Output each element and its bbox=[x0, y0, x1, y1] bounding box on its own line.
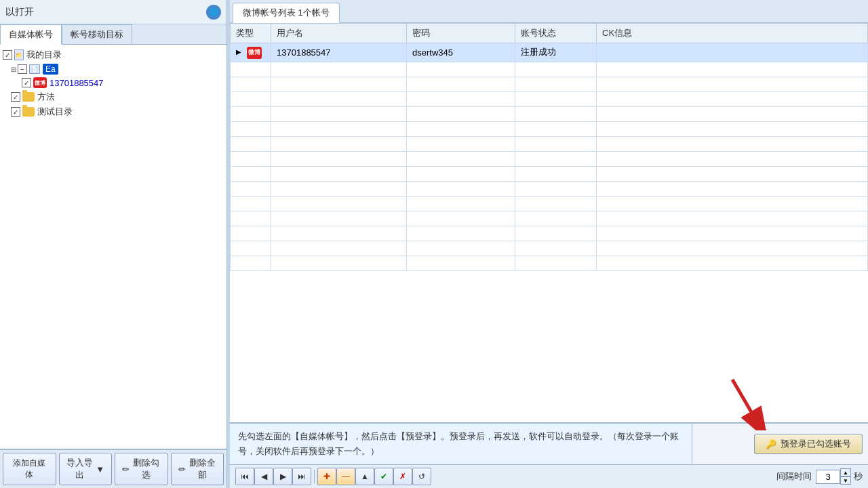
tree-item-root[interactable]: 📁 我的目录 bbox=[0, 47, 226, 62]
tree-item-account[interactable]: 微博 13701885547 bbox=[0, 76, 226, 89]
doc-icon-blog: 📄 bbox=[29, 64, 40, 74]
globe-icon: 🌐 bbox=[206, 5, 221, 20]
checkbox-test[interactable] bbox=[11, 107, 20, 117]
left-bottom-buttons: 添加自媒体 导入导出 ▼ ✏ 删除勾选 ✏ 删除全部 bbox=[0, 449, 226, 488]
import-export-label: 导入导出 bbox=[66, 457, 94, 481]
delete-all-label: 删除全部 bbox=[189, 457, 217, 481]
key-icon: 🔑 bbox=[766, 439, 776, 449]
dropdown-arrow-icon: ▼ bbox=[96, 464, 104, 474]
tab-account-move[interactable]: 帐号移动目标 bbox=[62, 24, 132, 44]
left-panel-title: 以打开 bbox=[5, 6, 34, 18]
folder-icon-test bbox=[22, 107, 35, 117]
col-header-type: 类型 bbox=[231, 24, 271, 43]
table-empty-row bbox=[231, 226, 868, 241]
col-header-password: 密码 bbox=[407, 24, 515, 43]
cell-username: 13701885547 bbox=[271, 43, 407, 62]
right-tab-bar: 微博帐号列表 1个帐号 bbox=[230, 0, 868, 23]
controls-row: ⏮ ◀ ▶ ⏭ ✚ — ▲ ✔ ✗ ↺ 间隔时间 3 ▲ ▼ 秒 bbox=[230, 464, 868, 488]
table-empty-row bbox=[231, 211, 868, 226]
tree-label-account[interactable]: 13701885547 bbox=[50, 78, 104, 88]
folder-icon-method bbox=[22, 92, 35, 102]
prelogin-area: 🔑 预登录已勾选账号 bbox=[692, 424, 868, 464]
folder-icon-root: 📁 bbox=[14, 49, 24, 60]
table-empty-row bbox=[231, 106, 868, 121]
table-row[interactable]: ▶ 微博 13701885547 dsertw345 注册成功 bbox=[231, 43, 868, 62]
table-empty-row bbox=[231, 241, 868, 256]
interval-label: 间隔时间 bbox=[776, 470, 812, 483]
svg-line-1 bbox=[732, 380, 756, 420]
nav-first-button[interactable]: ⏮ bbox=[235, 468, 254, 485]
table-empty-row bbox=[231, 121, 868, 136]
col-header-status: 账号状态 bbox=[515, 24, 597, 43]
tree-label-root: 我的目录 bbox=[26, 49, 62, 61]
nav-add-button[interactable]: ✚ bbox=[317, 468, 336, 485]
checkbox-root[interactable] bbox=[3, 50, 12, 60]
weibo-row-icon: 微博 bbox=[247, 47, 262, 59]
expand-arrow-blog: ⊟ bbox=[11, 66, 16, 73]
table-empty-row bbox=[231, 151, 868, 166]
accounts-table: 类型 用户名 密码 账号状态 CK信息 ▶ 微博 13701885547 bbox=[230, 23, 868, 271]
tab-weibo-accounts[interactable]: 微博帐号列表 1个帐号 bbox=[233, 3, 340, 23]
info-area: 先勾选左面的【自媒体帐号】，然后点击【预登录】。预登录后，再发送，软件可以自动登… bbox=[230, 424, 692, 464]
interval-unit: 秒 bbox=[854, 470, 863, 483]
nav-delete-button[interactable]: ✗ bbox=[393, 468, 412, 485]
tab-media-account[interactable]: 自媒体帐号 bbox=[0, 24, 62, 45]
cell-ck bbox=[597, 43, 868, 62]
tree-label-blog: Ea bbox=[43, 64, 58, 75]
nav-prev-button[interactable]: ◀ bbox=[254, 468, 273, 485]
col-header-username: 用户名 bbox=[271, 24, 407, 43]
tree-label-method: 方法 bbox=[37, 91, 55, 103]
table-empty-row bbox=[231, 136, 868, 151]
nav-last-button[interactable]: ⏭ bbox=[292, 468, 311, 485]
spin-up-button[interactable]: ▲ bbox=[840, 468, 851, 476]
tree-label-test: 测试目录 bbox=[37, 106, 73, 118]
table-container: 类型 用户名 密码 账号状态 CK信息 ▶ 微博 13701885547 bbox=[230, 23, 868, 423]
prelogin-label: 预登录已勾选账号 bbox=[781, 438, 851, 450]
import-export-button[interactable]: 导入导出 ▼ bbox=[59, 453, 113, 485]
nav-play-button[interactable]: ▶ bbox=[273, 468, 292, 485]
cell-status: 注册成功 bbox=[515, 43, 597, 62]
interval-spin: ▲ ▼ bbox=[840, 468, 851, 485]
delete-checked-button[interactable]: ✏ 删除勾选 bbox=[115, 453, 168, 485]
col-header-ck: CK信息 bbox=[597, 24, 868, 43]
table-empty-row bbox=[231, 196, 868, 211]
info-text: 先勾选左面的【自媒体帐号】，然后点击【预登录】。预登录后，再发送，软件可以自动登… bbox=[238, 431, 679, 456]
red-arrow-icon bbox=[719, 376, 773, 430]
nav-remove-button[interactable]: — bbox=[336, 468, 355, 485]
bottom-right-area: 先勾选左面的【自媒体帐号】，然后点击【预登录】。预登录后，再发送，软件可以自动登… bbox=[230, 423, 868, 464]
nav-check-button[interactable]: ✔ bbox=[374, 468, 393, 485]
right-panel: 微博帐号列表 1个帐号 类型 用户名 密码 账号状态 CK信息 bbox=[230, 0, 868, 488]
checkbox-blog[interactable] bbox=[18, 64, 27, 74]
left-top-bar: 以打开 🌐 bbox=[0, 0, 226, 24]
interval-input[interactable]: 3 bbox=[816, 470, 840, 484]
spin-down-button[interactable]: ▼ bbox=[840, 476, 851, 485]
tree-item-blog[interactable]: ⊟ 📄 Ea bbox=[0, 62, 226, 76]
table-empty-row bbox=[231, 181, 868, 196]
add-media-button[interactable]: 添加自媒体 bbox=[3, 453, 56, 485]
eraser-all-icon: ✏ bbox=[178, 464, 186, 474]
tree-container: 📁 我的目录 ⊟ 📄 Ea 微博 13701885547 方法 bbox=[0, 45, 226, 449]
cell-password: dsertw345 bbox=[407, 43, 515, 62]
table-empty-row bbox=[231, 77, 868, 92]
table-empty-row bbox=[231, 256, 868, 270]
prelogin-button[interactable]: 🔑 预登录已勾选账号 bbox=[754, 434, 863, 454]
delete-checked-label: 删除勾选 bbox=[132, 457, 161, 481]
nav-separator bbox=[314, 470, 315, 483]
left-tabs: 自媒体帐号 帐号移动目标 bbox=[0, 24, 226, 45]
tree-item-method[interactable]: 方法 bbox=[0, 89, 226, 104]
nav-up-button[interactable]: ▲ bbox=[355, 468, 374, 485]
checkbox-method[interactable] bbox=[11, 92, 20, 102]
table-empty-row bbox=[231, 92, 868, 106]
tree-item-test[interactable]: 测试目录 bbox=[0, 104, 226, 119]
table-empty-row bbox=[231, 62, 868, 77]
nav-refresh-button[interactable]: ↺ bbox=[412, 468, 431, 485]
eraser-icon: ✏ bbox=[122, 464, 130, 474]
checkbox-account[interactable] bbox=[22, 78, 31, 87]
cell-type: ▶ 微博 bbox=[231, 43, 271, 62]
table-empty-row bbox=[231, 166, 868, 181]
weibo-icon-account: 微博 bbox=[33, 77, 47, 88]
delete-all-button[interactable]: ✏ 删除全部 bbox=[171, 453, 224, 485]
left-panel: 以打开 🌐 自媒体帐号 帐号移动目标 📁 我的目录 ⊟ 📄 Ea bbox=[0, 0, 227, 488]
